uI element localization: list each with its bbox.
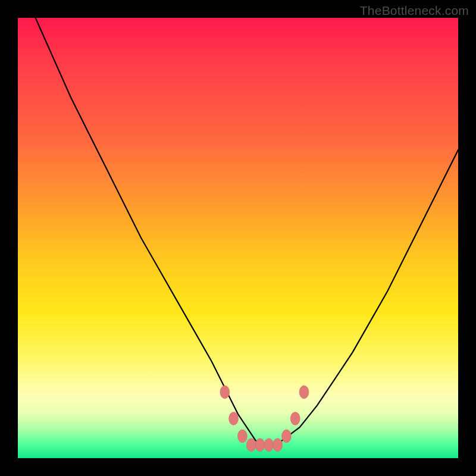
curve-marker: [264, 439, 274, 452]
curve-marker: [246, 439, 256, 452]
markers-group: [220, 386, 309, 452]
curve-marker: [255, 439, 265, 452]
chart-frame: TheBottleneck.com: [0, 0, 476, 476]
curve-marker: [290, 412, 300, 425]
watermark-text: TheBottleneck.com: [360, 4, 469, 18]
curve-marker: [237, 430, 247, 443]
curve-marker: [220, 386, 230, 399]
curve-marker: [229, 412, 239, 425]
curve-layer: [18, 18, 458, 458]
curve-marker: [281, 430, 291, 443]
bottleneck-curve: [36, 18, 458, 445]
plot-area: [18, 18, 458, 458]
curve-marker: [273, 439, 283, 452]
curve-marker: [299, 386, 309, 399]
